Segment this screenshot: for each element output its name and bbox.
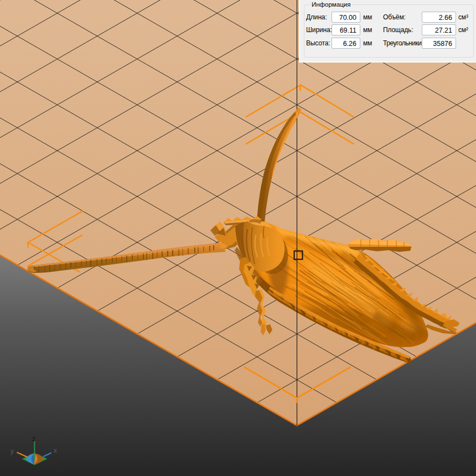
svg-text:y: y (11, 447, 14, 455)
svg-text:x: x (54, 447, 57, 454)
svg-text:z: z (32, 435, 35, 443)
